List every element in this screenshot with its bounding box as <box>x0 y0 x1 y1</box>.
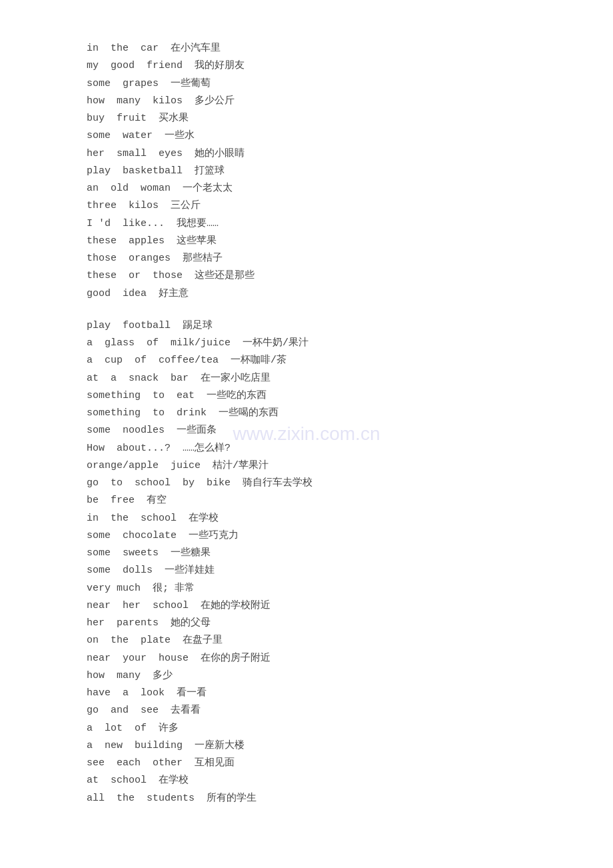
phrase-line: very much 很; 非常 <box>87 580 526 597</box>
phrase-line: those oranges 那些桔子 <box>87 250 526 267</box>
phrase-line: play basketball 打篮球 <box>87 163 526 180</box>
content-area: in the car 在小汽车里my good friend 我的好朋友some… <box>87 40 526 807</box>
phrase-line: How about...? ……怎么样? <box>87 440 526 457</box>
phrase-line: some sweets 一些糖果 <box>87 545 526 562</box>
phrase-line: be free 有空 <box>87 492 526 509</box>
phrase-line: some dolls 一些洋娃娃 <box>87 562 526 579</box>
phrase-line: my good friend 我的好朋友 <box>87 57 526 75</box>
gap-spacer <box>87 303 526 317</box>
phrase-line: all the students 所有的学生 <box>87 790 526 807</box>
phrase-line: near her school 在她的学校附近 <box>87 597 526 615</box>
phrase-line: some chocolate 一些巧克力 <box>87 527 526 545</box>
phrase-group-1: in the car 在小汽车里my good friend 我的好朋友some… <box>87 40 526 303</box>
phrase-line: go to school by bike 骑自行车去学校 <box>87 475 526 492</box>
phrase-line: some noodles 一些面条 <box>87 422 526 439</box>
phrase-line: some grapes 一些葡萄 <box>87 75 526 93</box>
phrase-line: three kilos 三公斤 <box>87 197 526 215</box>
phrase-line: in the school 在学校 <box>87 510 526 527</box>
phrase-line: these apples 这些苹果 <box>87 233 526 250</box>
phrase-line: these or those 这些还是那些 <box>87 267 526 285</box>
phrase-line: her parents 她的父母 <box>87 615 526 632</box>
phrase-line: buy fruit 买水果 <box>87 110 526 127</box>
phrase-line: I 'd like... 我想要…… <box>87 215 526 233</box>
phrase-line: a cup of coffee/tea 一杯咖啡/茶 <box>87 352 526 369</box>
phrase-line: orange/apple juice 桔汁/苹果汁 <box>87 457 526 475</box>
phrase-line: go and see 去看看 <box>87 702 526 719</box>
phrase-group-2: play football 踢足球a glass of milk/juice 一… <box>87 317 526 807</box>
phrase-line: at a snack bar 在一家小吃店里 <box>87 370 526 387</box>
phrase-line: her small eyes 她的小眼睛 <box>87 145 526 163</box>
phrase-line: good idea 好主意 <box>87 285 526 303</box>
phrase-line: how many 多少 <box>87 667 526 685</box>
phrase-line: some water 一些水 <box>87 127 526 145</box>
phrase-line: have a look 看一看 <box>87 685 526 702</box>
phrase-line: something to drink 一些喝的东西 <box>87 405 526 422</box>
phrase-line: see each other 互相见面 <box>87 755 526 772</box>
phrase-line: a lot of 许多 <box>87 720 526 737</box>
phrase-line: play football 踢足球 <box>87 317 526 335</box>
phrase-line: on the plate 在盘子里 <box>87 632 526 649</box>
phrase-line: a glass of milk/juice 一杯牛奶/果汁 <box>87 335 526 352</box>
phrase-line: an old woman 一个老太太 <box>87 180 526 197</box>
phrase-line: a new building 一座新大楼 <box>87 737 526 755</box>
phrase-line: in the car 在小汽车里 <box>87 40 526 57</box>
phrase-line: at school 在学校 <box>87 772 526 789</box>
phrase-line: near your house 在你的房子附近 <box>87 650 526 667</box>
phrase-line: something to eat 一些吃的东西 <box>87 387 526 405</box>
phrase-line: how many kilos 多少公斤 <box>87 93 526 110</box>
